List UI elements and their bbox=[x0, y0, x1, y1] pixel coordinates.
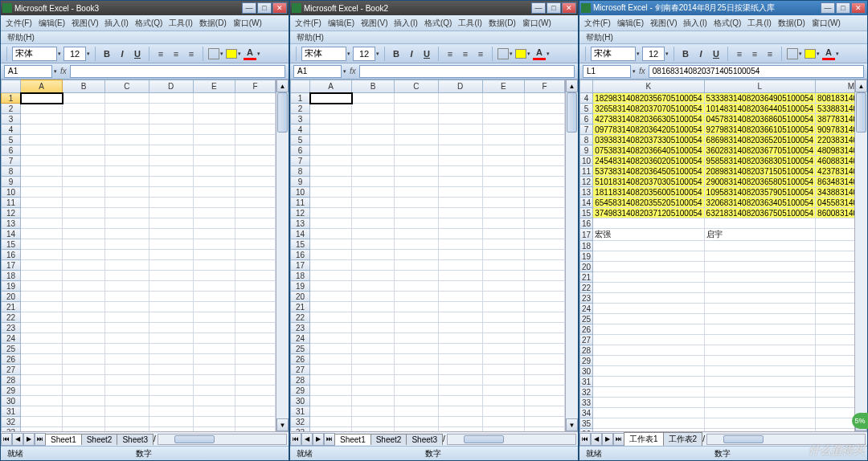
row-header[interactable]: 18 bbox=[580, 241, 593, 251]
cell[interactable] bbox=[816, 241, 854, 251]
tab-nav-button[interactable]: ▶ bbox=[23, 433, 35, 446]
cell[interactable] bbox=[482, 344, 524, 354]
chevron-down-icon[interactable]: ▾ bbox=[58, 51, 61, 57]
cell[interactable] bbox=[310, 323, 352, 333]
cell[interactable] bbox=[310, 198, 352, 208]
cell[interactable] bbox=[63, 281, 104, 292]
cell[interactable] bbox=[816, 398, 854, 408]
cell[interactable] bbox=[63, 260, 104, 271]
cell[interactable] bbox=[438, 417, 482, 427]
sheet-tab[interactable]: Sheet2 bbox=[81, 434, 118, 445]
cell[interactable] bbox=[593, 251, 704, 262]
row-header[interactable]: 10 bbox=[2, 187, 21, 198]
cell[interactable] bbox=[235, 177, 276, 187]
cell[interactable] bbox=[149, 124, 193, 135]
cell[interactable] bbox=[525, 145, 565, 156]
row-header[interactable]: 13 bbox=[580, 187, 593, 198]
cell[interactable] bbox=[394, 124, 438, 135]
menu-help[interactable]: 帮助(H) bbox=[293, 31, 327, 45]
cell[interactable] bbox=[149, 396, 193, 406]
cell[interactable] bbox=[593, 283, 704, 293]
cell[interactable] bbox=[352, 333, 394, 344]
cell[interactable] bbox=[482, 333, 524, 344]
row-header[interactable]: 19 bbox=[291, 281, 310, 292]
cell[interactable] bbox=[525, 292, 565, 302]
cell[interactable]: 182983140820356705100054 bbox=[593, 93, 704, 104]
cell[interactable]: 343883140820366 bbox=[816, 187, 854, 198]
row-header[interactable]: 1 bbox=[291, 93, 310, 104]
cell[interactable] bbox=[193, 292, 235, 302]
cell[interactable] bbox=[235, 396, 276, 406]
tab-nav-button[interactable]: ⏮ bbox=[1, 433, 12, 446]
column-header[interactable]: B bbox=[352, 80, 394, 93]
cell[interactable] bbox=[525, 417, 565, 427]
cell[interactable] bbox=[104, 406, 149, 417]
cell[interactable] bbox=[149, 417, 193, 427]
cell[interactable] bbox=[310, 104, 352, 114]
row-header[interactable]: 15 bbox=[291, 239, 310, 250]
cell[interactable] bbox=[193, 250, 235, 260]
cell[interactable] bbox=[21, 166, 63, 177]
cell[interactable] bbox=[438, 156, 482, 166]
cell[interactable] bbox=[21, 114, 63, 124]
cell[interactable] bbox=[816, 229, 854, 241]
column-header[interactable]: L bbox=[704, 80, 815, 93]
row-header[interactable]: 8 bbox=[580, 135, 593, 145]
column-header[interactable]: B bbox=[63, 80, 104, 93]
cell[interactable] bbox=[438, 302, 482, 312]
cell[interactable] bbox=[21, 333, 63, 344]
scroll-thumb[interactable] bbox=[277, 92, 288, 133]
cell[interactable] bbox=[394, 323, 438, 333]
cell[interactable]: 245483140820360205100054 bbox=[593, 156, 704, 166]
cell[interactable] bbox=[235, 386, 276, 396]
cell[interactable]: 320683140820363405100054 bbox=[704, 198, 815, 208]
cell[interactable] bbox=[235, 229, 276, 239]
menu-item[interactable]: 窗口(W) bbox=[230, 16, 265, 31]
menu-item[interactable]: 数据(D) bbox=[485, 16, 519, 31]
cell[interactable] bbox=[482, 93, 524, 104]
cell[interactable] bbox=[352, 93, 394, 104]
cell[interactable] bbox=[593, 293, 704, 304]
row-header[interactable]: 25 bbox=[580, 314, 593, 324]
cell[interactable] bbox=[63, 406, 104, 417]
row-header[interactable]: 16 bbox=[2, 250, 21, 260]
cell[interactable] bbox=[104, 114, 149, 124]
cell[interactable] bbox=[482, 229, 524, 239]
row-header[interactable]: 19 bbox=[2, 281, 21, 292]
chevron-down-icon[interactable]: ▾ bbox=[817, 51, 820, 57]
cell[interactable] bbox=[149, 250, 193, 260]
cell[interactable] bbox=[525, 375, 565, 386]
scroll-thumb[interactable] bbox=[723, 435, 764, 443]
cell[interactable] bbox=[593, 387, 704, 398]
row-header[interactable]: 33 bbox=[580, 398, 593, 408]
cell[interactable] bbox=[352, 218, 394, 229]
cell[interactable] bbox=[193, 386, 235, 396]
bold-button[interactable]: B bbox=[390, 47, 403, 60]
menu-item[interactable]: 窗口(W) bbox=[809, 16, 844, 31]
cell[interactable] bbox=[149, 406, 193, 417]
row-header[interactable]: 11 bbox=[291, 198, 310, 208]
row-header[interactable]: 9 bbox=[291, 177, 310, 187]
cell[interactable] bbox=[482, 365, 524, 375]
cell[interactable] bbox=[525, 239, 565, 250]
cell[interactable] bbox=[352, 198, 394, 208]
cell[interactable] bbox=[704, 241, 815, 251]
cell[interactable]: 909783140820355 bbox=[816, 124, 854, 135]
chevron-down-icon[interactable]: ▾ bbox=[836, 51, 839, 57]
row-header[interactable]: 12 bbox=[291, 208, 310, 218]
chevron-down-icon[interactable]: ▾ bbox=[54, 68, 57, 75]
cell[interactable] bbox=[310, 145, 352, 156]
row-header[interactable]: 26 bbox=[2, 354, 21, 365]
cell[interactable] bbox=[593, 218, 704, 229]
cell[interactable]: 533383140820364905100054 bbox=[704, 93, 815, 104]
cell[interactable] bbox=[482, 427, 524, 432]
cell[interactable] bbox=[482, 396, 524, 406]
cell[interactable] bbox=[310, 124, 352, 135]
align-right-icon[interactable]: ≡ bbox=[764, 47, 776, 60]
cell[interactable] bbox=[63, 312, 104, 323]
cell[interactable] bbox=[525, 354, 565, 365]
cell[interactable] bbox=[525, 260, 565, 271]
cell[interactable] bbox=[235, 145, 276, 156]
cell[interactable] bbox=[104, 250, 149, 260]
cell[interactable] bbox=[104, 333, 149, 344]
